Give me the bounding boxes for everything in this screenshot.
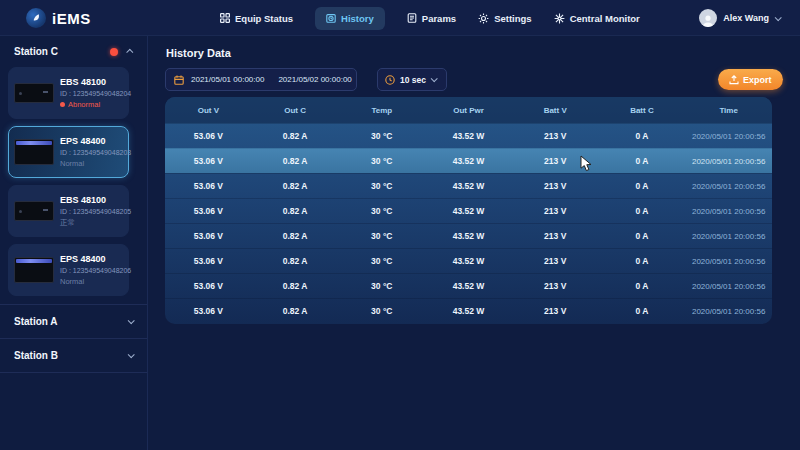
table-cell: 30 °C: [338, 206, 425, 216]
table-row[interactable]: 53.06 V0.82 A30 °C43.52 W213 V0 A2020/05…: [165, 148, 772, 173]
calendar-icon: [174, 75, 184, 85]
table-cell: 0.82 A: [252, 231, 339, 241]
table-cell: 213 V: [512, 256, 599, 266]
sidebar-item-station-a[interactable]: Station A: [0, 305, 147, 338]
table-cell: 53.06 V: [165, 231, 252, 241]
table-cell: 30 °C: [338, 156, 425, 166]
table-cell: 213 V: [512, 131, 599, 141]
top-bar: iEMS Equip Status History Params Setting…: [0, 0, 800, 36]
column-header: Temp: [338, 106, 425, 115]
table-cell: 0 A: [599, 206, 686, 216]
table-row[interactable]: 53.06 V0.82 A30 °C43.52 W213 V0 A2020/05…: [165, 173, 772, 198]
table-cell: 43.52 W: [425, 256, 512, 266]
sidebar-item-station-b[interactable]: Station B: [0, 339, 147, 372]
table-cell: 0 A: [599, 131, 686, 141]
device-id: ID : 123549549048203: [60, 149, 123, 156]
status-dot-icon: [60, 102, 65, 107]
table-cell: 0 A: [599, 281, 686, 291]
table-row[interactable]: 53.06 V0.82 A30 °C43.52 W213 V0 A2020/05…: [165, 198, 772, 223]
device-card-eps-48400-206[interactable]: EPS 48400 ID : 123549549048206 Normal: [8, 244, 129, 296]
column-header: Out Pwr: [425, 106, 512, 115]
table-cell: 2020/05/01 20:00:56: [685, 132, 772, 141]
central-monitor-icon: [554, 13, 565, 24]
table-cell: 53.06 V: [165, 131, 252, 141]
table-row[interactable]: 53.06 V0.82 A30 °C43.52 W213 V0 A2020/05…: [165, 223, 772, 248]
table-cell: 43.52 W: [425, 281, 512, 291]
column-header: Batt V: [512, 106, 599, 115]
table-header: Out V Out C Temp Out Pwr Batt V Batt C T…: [165, 97, 772, 123]
chevron-down-icon: [431, 75, 438, 82]
table-row[interactable]: 53.06 V0.82 A30 °C43.52 W213 V0 A2020/05…: [165, 123, 772, 148]
table-row[interactable]: 53.06 V0.82 A30 °C43.52 W213 V0 A2020/05…: [165, 248, 772, 273]
chevron-down-icon: [128, 317, 135, 324]
table-cell: 30 °C: [338, 231, 425, 241]
station-name: Station B: [14, 350, 128, 361]
tab-label: History: [341, 13, 374, 24]
table-cell: 0.82 A: [252, 281, 339, 291]
table-cell: 0.82 A: [252, 256, 339, 266]
table-cell: 53.06 V: [165, 156, 252, 166]
table-cell: 43.52 W: [425, 181, 512, 191]
main-nav: Equip Status History Params Settings Cen…: [220, 0, 640, 36]
tab-equip-status[interactable]: Equip Status: [220, 13, 293, 24]
tab-settings[interactable]: Settings: [478, 13, 531, 24]
column-header: Out C: [252, 106, 339, 115]
table-cell: 2020/05/01 20:00:56: [685, 182, 772, 191]
device-id: ID : 123549549048205: [60, 208, 123, 215]
tab-label: Params: [422, 13, 456, 24]
table-cell: 0 A: [599, 231, 686, 241]
table-cell: 0 A: [599, 181, 686, 191]
divider: [0, 372, 147, 373]
table-cell: 213 V: [512, 181, 599, 191]
table-cell: 213 V: [512, 156, 599, 166]
device-card-eps-48400-203[interactable]: EPS 48400 ID : 123549549048203 Normal: [8, 126, 129, 178]
table-cell: 2020/05/01 20:00:56: [685, 207, 772, 216]
tab-history[interactable]: History: [315, 7, 385, 30]
device-status: 正常: [60, 218, 123, 228]
station-name: Station A: [14, 316, 128, 327]
table-cell: 2020/05/01 20:00:56: [685, 257, 772, 266]
avatar: [699, 9, 717, 27]
tab-label: Equip Status: [235, 13, 293, 24]
device-id: ID : 123549549048206: [60, 267, 123, 274]
sidebar-item-station-c[interactable]: Station C: [0, 36, 147, 65]
device-thumbnail: [14, 83, 54, 103]
table-cell: 30 °C: [338, 281, 425, 291]
column-header: Time: [685, 106, 772, 115]
date-from-value: 2021/05/01 00:00:00: [191, 75, 264, 84]
chevron-down-icon: [128, 351, 135, 358]
table-cell: 0 A: [599, 306, 686, 316]
table-cell: 0.82 A: [252, 156, 339, 166]
table-cell: 53.06 V: [165, 256, 252, 266]
table-row[interactable]: 53.06 V0.82 A30 °C43.52 W213 V0 A2020/05…: [165, 298, 772, 323]
history-table: Out V Out C Temp Out Pwr Batt V Batt C T…: [165, 97, 772, 324]
table-cell: 213 V: [512, 306, 599, 316]
table-cell: 0 A: [599, 156, 686, 166]
date-range-picker[interactable]: 2021/05/01 00:00:00 2021/05/02 00:00:00: [165, 68, 357, 91]
interval-value: 10 sec: [400, 75, 426, 85]
user-menu[interactable]: Alex Wang: [699, 0, 780, 36]
table-cell: 30 °C: [338, 306, 425, 316]
device-card-ebs-48100-205[interactable]: EBS 48100 ID : 123549549048205 正常: [8, 185, 129, 237]
history-icon: [326, 13, 336, 23]
device-card-ebs-48100-204[interactable]: EBS 48100 ID : 123549549048204 Abnormal: [8, 67, 129, 119]
clock-icon: [385, 75, 395, 85]
table-cell: 43.52 W: [425, 206, 512, 216]
export-button[interactable]: Export: [718, 69, 783, 90]
alert-badge: [110, 48, 118, 56]
device-list: EBS 48100 ID : 123549549048204 Abnormal …: [0, 65, 147, 304]
column-header: Batt C: [599, 106, 686, 115]
column-header: Out V: [165, 106, 252, 115]
table-cell: 2020/05/01 20:00:56: [685, 282, 772, 291]
table-cell: 0.82 A: [252, 181, 339, 191]
table-row[interactable]: 53.06 V0.82 A30 °C43.52 W213 V0 A2020/05…: [165, 273, 772, 298]
table-cell: 0 A: [599, 256, 686, 266]
table-cell: 2020/05/01 20:00:56: [685, 157, 772, 166]
table-cell: 53.06 V: [165, 206, 252, 216]
interval-select[interactable]: 10 sec: [377, 68, 447, 91]
device-name: EPS 48400: [60, 136, 123, 146]
params-icon: [407, 13, 417, 23]
device-name: EBS 48100: [60, 195, 123, 205]
tab-params[interactable]: Params: [407, 13, 456, 24]
tab-central-monitor[interactable]: Central Monitor: [554, 13, 640, 24]
